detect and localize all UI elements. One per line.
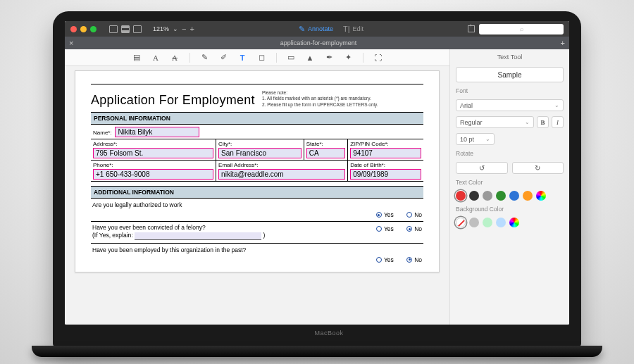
color-swatch-lightgreen[interactable] [483,218,492,227]
radio-checked-icon [376,212,382,218]
rotate-left-button[interactable]: ↺ [456,162,508,174]
q1-yes[interactable]: Yes [376,211,394,218]
city-field[interactable]: San Francisco [218,148,302,158]
fullscreen-tool-icon[interactable]: ⛶ [373,53,383,62]
traffic-lights [70,26,97,32]
font-family-select[interactable]: Arial ⌄ [456,99,564,111]
minimize-window-icon[interactable] [80,26,87,32]
radio-icon [406,212,412,218]
close-window-icon[interactable] [70,26,77,32]
zip-field[interactable]: 94107 [350,148,421,158]
q3-yes[interactable]: Yes [376,256,394,263]
text-color-label: Text Color [456,179,564,186]
state-field[interactable]: CA [306,148,345,158]
q3-no[interactable]: No [406,256,422,263]
q2-radios: Yes No [365,224,423,235]
page-canvas[interactable]: Application For Employment Please note: … [65,66,449,325]
search-icon: ⌕ [520,25,523,32]
state-label: State*: [306,141,345,147]
q-felony: Have you ever been convicted of a felony… [91,224,365,231]
tab-title[interactable]: application-for-employment [76,39,560,46]
color-swatch-orange[interactable] [523,191,533,201]
rotate-label: Rotate [456,150,564,157]
pencil-tool-icon[interactable]: ✎ [200,53,209,62]
felony-explain-field[interactable] [135,232,261,240]
bg-color-label: Background Color [456,206,564,213]
zoom-value[interactable]: 121% [153,25,169,32]
annotation-toolbar: ▤ A A ✎ ✐ T ◻ ▭ ▲ ✒ ✦ ⛶ [65,49,449,66]
color-swatch-black[interactable] [469,191,479,201]
font-a-tool-icon[interactable]: A [151,53,161,62]
q1-no[interactable]: No [406,211,422,218]
share-icon[interactable] [468,25,475,32]
chevron-down-icon: ⌄ [525,119,530,125]
bg-color-swatches [456,218,564,227]
view-grid-icon[interactable] [121,25,130,33]
phone-label: Phone*: [93,162,213,168]
address-field[interactable]: 795 Folsom St. [93,148,213,158]
color-swatch-custom[interactable] [536,191,546,201]
color-swatch-lightblue[interactable] [496,218,506,227]
q2-no[interactable]: No [406,225,422,232]
stamp-tool-icon[interactable]: ▲ [306,53,315,62]
signature-tool-icon[interactable]: ✒ [325,53,334,62]
font-a2-tool-icon[interactable]: A [170,53,180,62]
q-auth-work: Are you legally authorized to work [91,199,423,210]
annotate-mode-tab[interactable]: ✎ Annotate [299,25,333,34]
document-area: ▤ A A ✎ ✐ T ◻ ▭ ▲ ✒ ✦ ⛶ [65,49,449,325]
mode-switcher: ✎ Annotate T| Edit [200,25,462,34]
eyedrop-tool-icon[interactable]: ✦ [344,53,353,62]
fullscreen-window-icon[interactable] [90,26,97,32]
titlebar: 121% ⌄ − + ✎ Annotate T| Edit ⌕ [65,21,569,37]
tab-add-button[interactable]: + [561,39,565,47]
eraser-tool-icon[interactable]: ✐ [219,53,228,62]
view-continuous-icon[interactable] [133,25,142,33]
radio-icon [376,226,382,232]
text-tool-icon[interactable]: T [238,53,247,62]
annotate-icon: ✎ [299,25,305,34]
dob-field[interactable]: 09/09/1989 [350,169,421,180]
document-title: Application For Employment [91,93,255,108]
color-swatch-custom[interactable] [509,218,519,227]
email-field[interactable]: nikita@readdle.com [218,169,345,180]
font-weight-select[interactable]: Regular ⌄ [456,116,534,128]
pdf-page: Application For Employment Please note: … [75,70,440,272]
search-input[interactable]: ⌕ [479,24,564,34]
q2-yes[interactable]: Yes [376,225,394,232]
rotate-right-button[interactable]: ↻ [512,162,564,174]
toolbar-divider [276,53,277,63]
radio-icon [376,257,382,263]
font-size-select[interactable]: 10 pt ⌄ [456,133,495,145]
main-row: ▤ A A ✎ ✐ T ◻ ▭ ▲ ✒ ✦ ⛶ [65,49,569,325]
note-tool-icon[interactable]: ▭ [287,53,296,62]
view-single-icon[interactable] [109,25,118,33]
annotate-label: Annotate [308,25,333,32]
color-swatch-blue[interactable] [509,191,519,201]
rotate-right-icon: ↻ [535,164,540,172]
section-additional: ADDITIONAL INFORMATION [91,186,423,199]
zoom-dropdown-icon[interactable]: ⌄ [173,25,178,32]
note-line: 2. Please fill up the form in UPPERCASE … [262,102,378,108]
edit-icon: T| [343,25,350,33]
highlight-tool-icon[interactable]: ▤ [132,53,142,62]
titlebar-right: ⌕ [468,24,564,34]
edit-mode-tab[interactable]: T| Edit [343,25,363,34]
shape-tool-icon[interactable]: ◻ [257,53,266,62]
phone-field[interactable]: +1 650-433-9008 [93,169,213,180]
color-swatch-green[interactable] [496,191,506,201]
color-swatch-none[interactable] [456,218,466,227]
zip-label: ZIP/PIN Code*: [350,141,421,147]
color-swatch-grey[interactable] [469,218,479,227]
name-field[interactable]: Nikita Bilyk [115,127,199,137]
bold-button[interactable]: B [537,116,549,128]
color-swatch-red[interactable] [456,191,466,201]
color-swatch-grey[interactable] [483,191,492,201]
tab-close-button[interactable]: × [69,39,73,47]
radio-checked-icon [406,257,412,263]
text-color-swatches [456,191,564,201]
italic-button[interactable]: I [552,116,564,128]
q-past-employed: Have you been employed by this organizat… [91,244,423,255]
email-label: Email Address*: [218,162,345,168]
zoom-out-button[interactable]: − [182,25,186,33]
zoom-in-button[interactable]: + [189,25,194,33]
